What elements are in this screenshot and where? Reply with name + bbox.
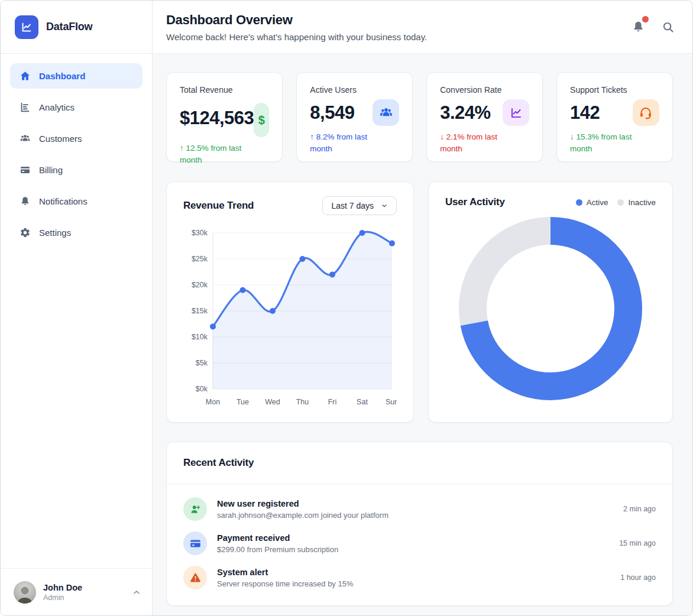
sidebar-item-label: Customers (39, 134, 82, 144)
chevron-down-icon (381, 202, 388, 209)
page-subtitle: Welcome back! Here's what's happening wi… (166, 32, 427, 42)
stat-value: 3.24% (440, 102, 490, 124)
stat-label: Support Tickets (570, 85, 659, 95)
active-dot-icon (576, 199, 582, 206)
activity-time: 1 hour ago (620, 573, 656, 582)
svg-text:$25k: $25k (192, 255, 208, 263)
stat-value: $124,563 (180, 108, 254, 129)
activity-row-system-alert[interactable]: System alert Server response time increa… (183, 560, 656, 595)
svg-text:Fri: Fri (328, 398, 337, 406)
brand-name: DataFlow (46, 21, 92, 33)
gear-icon (20, 227, 31, 238)
credit-card-icon (183, 531, 207, 555)
legend-item-inactive: Inactive (617, 198, 656, 207)
recent-activity-list: New user registered sarah.johnson@exampl… (167, 484, 672, 605)
sidebar-item-label: Billing (39, 165, 63, 175)
recent-activity-card: Recent Activity New user registered sara… (166, 442, 673, 606)
search-button[interactable] (662, 21, 675, 34)
svg-text:$15k: $15k (192, 307, 208, 315)
svg-text:Sun: Sun (386, 398, 397, 406)
user-role: Admin (43, 594, 125, 602)
avatar (14, 581, 36, 604)
user-name: John Doe (43, 583, 125, 592)
user-activity-donut (458, 216, 643, 401)
sidebar-item-dashboard[interactable]: Dashboard (10, 63, 143, 89)
svg-text:Wed: Wed (265, 398, 280, 406)
users-group-icon (373, 99, 399, 126)
sidebar-item-label: Dashboard (39, 71, 85, 81)
stat-card-support-tickets: Support Tickets 142 ↓ 15.3% from last mo… (556, 72, 673, 162)
legend-item-active: Active (576, 198, 608, 207)
stat-card-active-users: Active Users 8,549 ↑ 8.2% from last mont… (296, 72, 413, 162)
activity-title: System alert (217, 568, 610, 577)
dollar-icon: $ (254, 103, 269, 137)
stat-change: ↑ 12.5% from last month (180, 142, 260, 166)
headset-icon (633, 99, 659, 126)
svg-text:Tue: Tue (237, 398, 249, 406)
svg-text:Thu: Thu (296, 398, 309, 406)
activity-time: 15 min ago (619, 539, 656, 547)
credit-card-icon (20, 164, 31, 176)
svg-text:$0k: $0k (196, 385, 208, 393)
activity-row-payment[interactable]: Payment received $299.00 from Premium su… (183, 526, 656, 560)
svg-text:Sat: Sat (357, 398, 368, 406)
sidebar-item-customers[interactable]: Customers (10, 126, 143, 151)
home-icon (20, 70, 31, 82)
donut-legend: Active Inactive (576, 198, 656, 207)
stat-card-total-revenue: Total Revenue $124,563 $ ↑ 12.5% from la… (166, 72, 283, 162)
alert-triangle-icon (183, 566, 207, 589)
brand-logo-chart-icon (15, 15, 38, 39)
stat-label: Total Revenue (180, 85, 269, 95)
date-range-select[interactable]: Last 7 days (322, 196, 397, 215)
stat-change: ↓ 15.3% from last month (570, 131, 650, 154)
user-profile[interactable]: John Doe Admin (1, 568, 152, 615)
stat-change: ↑ 8.2% from last month (310, 131, 390, 154)
stats-row: Total Revenue $124,563 $ ↑ 12.5% from la… (166, 72, 673, 162)
activity-description: $299.00 from Premium subscription (217, 545, 609, 554)
sidebar-item-label: Analytics (39, 102, 75, 112)
activity-title: New user registered (217, 499, 613, 508)
user-plus-icon (183, 497, 207, 521)
revenue-trend-card: Revenue Trend Last 7 days $0k$5k$10k$15k… (166, 181, 414, 423)
page-title: Dashboard Overview (166, 12, 427, 28)
activity-time: 2 min ago (623, 505, 656, 513)
revenue-line-chart: $0k$5k$10k$15k$20k$25k$30kMonTueWedThuFr… (183, 225, 397, 409)
revenue-trend-title: Revenue Trend (183, 200, 254, 212)
chevron-up-icon[interactable] (132, 588, 141, 597)
sidebar-item-label: Notifications (39, 196, 88, 206)
sidebar-item-billing[interactable]: Billing (10, 157, 143, 183)
inactive-dot-icon (617, 199, 624, 206)
stat-label: Active Users (310, 85, 399, 95)
user-activity-card: User Activity Active Inactive (428, 181, 673, 423)
sidebar-item-analytics[interactable]: Analytics (10, 95, 143, 120)
trend-line-icon (503, 99, 529, 126)
date-range-value: Last 7 days (331, 201, 374, 210)
activity-description: Server response time increased by 15% (217, 579, 610, 588)
stat-label: Conversion Rate (440, 85, 529, 95)
notification-dot (642, 16, 649, 22)
sidebar-item-notifications[interactable]: Notifications (10, 189, 143, 214)
svg-text:$30k: $30k (192, 229, 208, 237)
stat-value: 142 (570, 102, 600, 124)
brand: DataFlow (1, 1, 152, 54)
activity-description: sarah.johnson@example.com joined your pl… (217, 511, 613, 520)
svg-text:Mon: Mon (206, 398, 220, 406)
charts-row: Revenue Trend Last 7 days $0k$5k$10k$15k… (166, 181, 673, 423)
sidebar-item-settings[interactable]: Settings (10, 220, 143, 245)
stat-change: ↓ 2.1% from last month (440, 131, 520, 154)
user-activity-title: User Activity (445, 196, 505, 208)
notifications-bell-button[interactable] (632, 20, 645, 34)
stat-value: 8,549 (310, 102, 354, 124)
sidebar-nav: Dashboard Analytics Customers Billing No… (1, 54, 152, 568)
recent-activity-title: Recent Activity (183, 457, 656, 469)
activity-row-new-user[interactable]: New user registered sarah.johnson@exampl… (183, 492, 656, 526)
svg-text:$20k: $20k (192, 281, 208, 289)
app-window: DataFlow Dashboard Analytics Customers B… (0, 0, 693, 616)
page-header: Dashboard Overview Welcome back! Here's … (153, 1, 692, 54)
bar-chart-icon (20, 102, 31, 113)
stat-card-conversion-rate: Conversion Rate 3.24% ↓ 2.1% from last m… (426, 72, 543, 162)
svg-text:$5k: $5k (196, 359, 208, 367)
sidebar: DataFlow Dashboard Analytics Customers B… (1, 1, 153, 615)
activity-title: Payment received (217, 533, 609, 543)
svg-text:$10k: $10k (192, 333, 208, 341)
